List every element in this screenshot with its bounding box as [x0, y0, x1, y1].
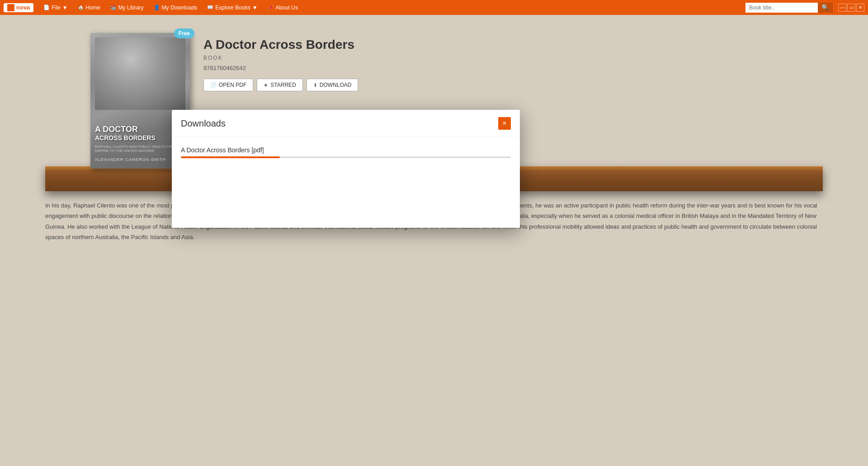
nav-item-about-label: About Us [276, 5, 298, 11]
nav-item-downloads-label: My Downloads [162, 5, 198, 11]
nav-bar: 📄 File ▼ 🏠 Home 📚 My Library 👤 My Downlo… [39, 3, 745, 13]
window-controls: — ▭ ✕ [838, 4, 864, 12]
book-type: BOOK [203, 55, 358, 61]
free-badge: Free [174, 28, 194, 38]
library-icon: 📚 [110, 5, 117, 10]
open-pdf-label: OPEN PDF [219, 82, 246, 88]
nav-item-my-downloads[interactable]: 👤 My Downloads [149, 3, 202, 13]
search-icon: 🔍 [821, 4, 829, 11]
progress-bar-fill [181, 156, 280, 158]
minimize-button[interactable]: — [838, 4, 846, 12]
nav-item-file[interactable]: 📄 File ▼ [39, 3, 72, 13]
book-isbn: 9781760462642 [203, 65, 358, 71]
logo-text: nova [16, 4, 30, 11]
file-dropdown-icon: ▼ [62, 5, 68, 11]
nav-item-home[interactable]: 🏠 Home [73, 3, 105, 13]
nav-item-about-us[interactable]: 📌 About Us [263, 3, 302, 13]
nav-item-library-label: My Library [118, 5, 144, 11]
modal-header: Downloads × [172, 110, 520, 137]
starred-label: STARRED [270, 82, 296, 88]
home-icon: 🏠 [78, 5, 84, 10]
app-logo[interactable]: nova [4, 3, 33, 12]
file-icon: 📄 [43, 5, 50, 10]
open-pdf-button[interactable]: 📄 OPEN PDF [203, 79, 253, 91]
downloads-modal: Downloads × A Doctor Across Borders [pdf… [172, 110, 520, 228]
nav-item-explore-label: Explore Books [215, 5, 250, 11]
starred-button[interactable]: ★ STARRED [257, 79, 302, 91]
nav-item-home-label: Home [86, 5, 100, 11]
modal-title: Downloads [181, 118, 226, 129]
book-info: A Doctor Across Borders BOOK 97817604626… [203, 33, 358, 100]
explore-dropdown-icon: ▼ [252, 5, 258, 11]
download-label: DOWNLOAD [320, 82, 352, 88]
modal-body: A Doctor Across Borders [pdf] [172, 137, 520, 228]
logo-icon [7, 4, 14, 11]
nav-item-explore-books[interactable]: 📖 Explore Books ▼ [203, 3, 262, 13]
nav-item-file-label: File [52, 5, 60, 11]
about-icon: 📌 [268, 5, 274, 10]
page-background: Free A DOCTOR ACROSS BORDERS RAPHAEL CIL… [0, 15, 868, 466]
downloads-nav-icon: 👤 [154, 5, 160, 10]
progress-bar-container [181, 156, 511, 158]
nav-item-my-library[interactable]: 📚 My Library [106, 3, 148, 13]
search-box: 🔍 [745, 3, 833, 13]
modal-close-button[interactable]: × [498, 117, 511, 130]
book-actions: 📄 OPEN PDF ★ STARRED ⬇ DOWNLOAD [203, 79, 358, 91]
book-title: A Doctor Across Borders [203, 38, 358, 52]
restore-button[interactable]: ▭ [847, 4, 855, 12]
titlebar: nova 📄 File ▼ 🏠 Home 📚 My Library 👤 My D… [0, 0, 868, 15]
star-icon: ★ [264, 82, 268, 88]
download-item-name: A Doctor Across Borders [pdf] [181, 146, 511, 154]
titlebar-right: 🔍 — ▭ ✕ [745, 3, 864, 13]
pdf-icon: 📄 [210, 82, 217, 88]
download-icon: ⬇ [313, 82, 317, 88]
search-button[interactable]: 🔍 [818, 3, 833, 13]
search-input[interactable] [745, 3, 818, 13]
download-button[interactable]: ⬇ DOWNLOAD [307, 79, 359, 91]
close-button[interactable]: ✕ [856, 4, 864, 12]
explore-icon: 📖 [207, 5, 213, 10]
download-item: A Doctor Across Borders [pdf] [181, 146, 511, 158]
